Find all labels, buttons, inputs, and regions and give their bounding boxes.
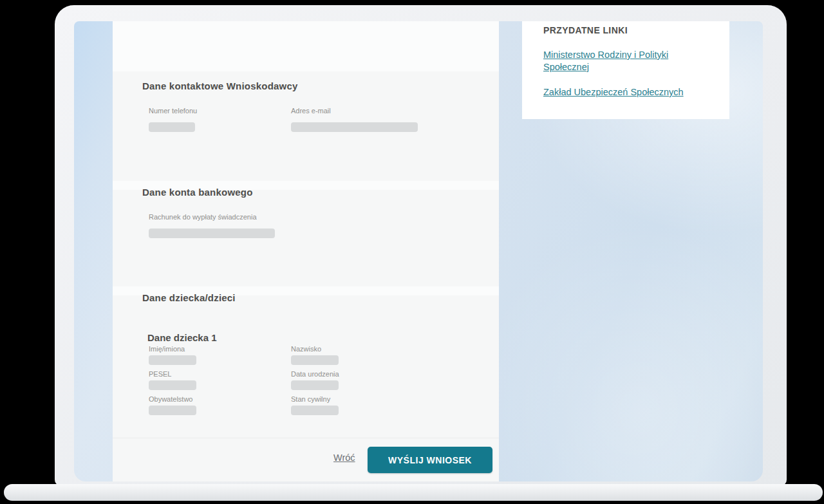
bank-section-heading: Dane konta bankowego <box>142 187 253 198</box>
phone-label: Numer telefonu <box>149 106 197 115</box>
child-lastname-value-redacted-bar <box>291 355 339 365</box>
child-lastname-field: Nazwisko <box>291 344 339 365</box>
child-birthdate-value-redacted-bar <box>291 380 339 390</box>
child-pesel-label: PESEL <box>149 369 196 378</box>
phone-field: Numer telefonu <box>149 106 197 132</box>
bank-account-field: Rachunek do wypłaty świadczenia <box>149 212 275 238</box>
submit-application-button[interactable]: WYŚLIJ WNIOSEK <box>368 447 492 473</box>
link-social-insurance-institution[interactable]: Zakład Ubezpieczeń Społecznych <box>543 86 691 98</box>
email-field: Adres e-mail <box>291 106 418 132</box>
application-form-panel: Dane kontaktowe Wnioskodawcy Numer telef… <box>113 21 499 481</box>
child-firstname-value-redacted-bar <box>149 355 196 365</box>
link-ministry-family-policy[interactable]: Ministerstwo Rodziny i Polityki Społeczn… <box>543 49 691 73</box>
bank-account-value-redacted-bar <box>149 229 275 238</box>
child-citizenship-field: Obywatelstwo <box>149 395 196 415</box>
back-link[interactable]: Wróć <box>333 453 355 463</box>
children-section-heading: Dane dziecka/dzieci <box>142 292 236 303</box>
section-band <box>113 21 499 71</box>
child-maritalstatus-field: Stan cywilny <box>291 395 339 415</box>
email-label: Adres e-mail <box>291 106 418 115</box>
child-citizenship-label: Obywatelstwo <box>149 395 196 404</box>
child-firstname-field: Imię/imiona <box>149 344 196 365</box>
bank-account-label: Rachunek do wypłaty świadczenia <box>149 212 275 221</box>
useful-links-title: PRZYDATNE LINKI <box>543 25 628 35</box>
child-maritalstatus-label: Stan cywilny <box>291 395 339 404</box>
child-citizenship-value-redacted-bar <box>149 406 196 415</box>
child-birthdate-field: Data urodzenia <box>291 369 339 390</box>
child1-heading: Dane dziecka 1 <box>147 332 217 343</box>
useful-links-card: PRZYDATNE LINKI Ministerstwo Rodziny i P… <box>522 21 729 119</box>
contact-section-heading: Dane kontaktowe Wnioskodawcy <box>142 80 297 91</box>
footer-divider <box>113 438 499 438</box>
child-lastname-label: Nazwisko <box>291 344 339 353</box>
email-value-redacted-bar <box>291 122 418 132</box>
child-pesel-field: PESEL <box>149 369 196 390</box>
child-pesel-value-redacted-bar <box>149 380 196 390</box>
child-maritalstatus-value-redacted-bar <box>291 406 339 415</box>
laptop-base <box>4 484 823 501</box>
laptop-screen: Dane kontaktowe Wnioskodawcy Numer telef… <box>74 21 763 481</box>
phone-value-redacted-bar <box>149 122 195 132</box>
child-firstname-label: Imię/imiona <box>149 344 196 353</box>
child-birthdate-label: Data urodzenia <box>291 369 339 378</box>
